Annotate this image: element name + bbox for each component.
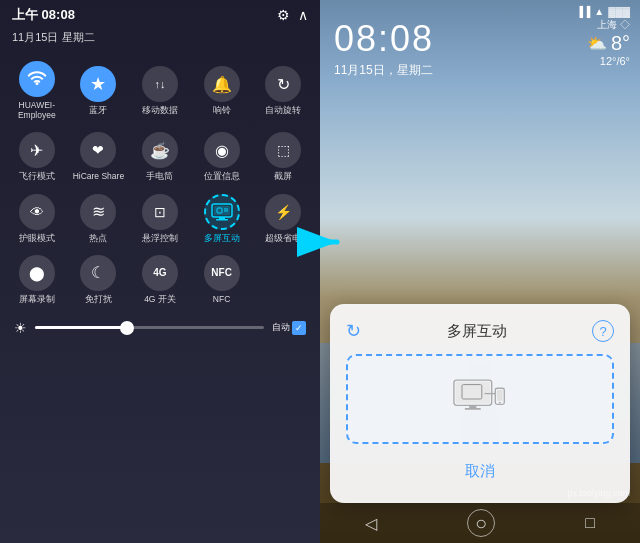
qs-wifi-icon (19, 61, 55, 97)
right-location: 上海 ◇ (587, 18, 630, 32)
qs-auto-rotate-icon: ↻ (265, 66, 301, 102)
svg-point-16 (499, 402, 501, 404)
weather-icon: ⛅ (587, 34, 607, 53)
brightness-auto: 自动 ✓ (272, 321, 306, 335)
status-time: 上午 08:08 (12, 6, 75, 24)
nav-home-button[interactable]: ○ (467, 509, 495, 537)
brightness-bar[interactable]: ☀ 自动 ✓ (0, 314, 320, 342)
brightness-thumb[interactable] (120, 321, 134, 335)
modal-header: ↻ 多屏互动 ? (346, 320, 614, 342)
qs-4g[interactable]: 4G 4G 开关 (129, 249, 191, 310)
qs-airplane[interactable]: ✈ 飞行模式 (6, 126, 68, 187)
qs-hicare[interactable]: ❤ HiCare Share (68, 126, 130, 187)
modal-screen-graphic (453, 379, 507, 419)
right-temp: 8° (611, 32, 630, 55)
brightness-fill (35, 326, 127, 329)
qs-hicare-icon: ❤ (80, 132, 116, 168)
qs-bluetooth[interactable]: ★ 蓝牙 (68, 55, 130, 126)
svg-rect-15 (497, 390, 502, 401)
qs-flashlight[interactable]: ☕ 手电筒 (129, 126, 191, 187)
svg-rect-3 (216, 219, 228, 221)
brightness-icon: ☀ (14, 320, 27, 336)
qs-multiscreen-icon (204, 194, 240, 230)
qs-auto-rotate[interactable]: ↻ 自动旋转 (252, 55, 314, 126)
settings-icon[interactable]: ⚙ (277, 7, 290, 23)
right-weather: 上海 ◇ ⛅ 8° 12°/6° (587, 18, 630, 67)
phone-screen: ▐▐ ▲ ▓▓▓ 08:08 11月15日，星期二 上海 ◇ ⛅ 8° 12°/… (320, 0, 640, 543)
nav-recent-button[interactable]: □ (585, 514, 595, 532)
qs-no-disturb[interactable]: ☾ 免打扰 (68, 249, 130, 310)
status-bar-left: 上午 08:08 ⚙ ∧ (0, 0, 320, 28)
qs-eye-protect-icon: 👁 (19, 194, 55, 230)
right-clock: 08:08 (334, 18, 434, 60)
qs-4g-icon: 4G (142, 255, 178, 291)
qs-float-ctrl-icon: ⊡ (142, 194, 178, 230)
transition-arrow (295, 217, 345, 271)
qs-hotspot[interactable]: ≋ 热点 (68, 188, 130, 249)
notification-shade: 上午 08:08 ⚙ ∧ 11月15日 星期二 HUAWEI-Employee … (0, 0, 320, 543)
right-status-icons: ▐▐ ▲ ▓▓▓ (576, 6, 630, 17)
brightness-auto-check[interactable]: ✓ (292, 321, 306, 335)
qs-nfc-icon: NFC (204, 255, 240, 291)
collapse-icon[interactable]: ∧ (298, 7, 308, 23)
battery-status-icon: ▓▓▓ (608, 6, 630, 17)
qs-nfc[interactable]: NFC NFC (191, 249, 253, 310)
modal-cancel-button[interactable]: 取消 (346, 456, 614, 487)
main-container: 上午 08:08 ⚙ ∧ 11月15日 星期二 HUAWEI-Employee … (0, 0, 640, 543)
qs-location[interactable]: ◉ 位置信息 (191, 126, 253, 187)
qs-screenshot[interactable]: ⬚ 截屏 (252, 126, 314, 187)
qs-multiscreen[interactable]: 多屏互动 (191, 188, 253, 249)
status-icons: ⚙ ∧ (277, 7, 308, 23)
svg-rect-11 (465, 408, 481, 410)
qs-hotspot-icon: ≋ (80, 194, 116, 230)
svg-rect-2 (219, 217, 225, 219)
qs-wifi[interactable]: HUAWEI-Employee (6, 55, 68, 126)
qs-airplane-icon: ✈ (19, 132, 55, 168)
right-temp-range: 12°/6° (587, 55, 630, 67)
qs-mobile-data-icon: ↑↓ (142, 66, 178, 102)
qs-location-icon: ◉ (204, 132, 240, 168)
qs-eye-protect[interactable]: 👁 护眼模式 (6, 188, 68, 249)
modal-help-icon[interactable]: ? (592, 320, 614, 342)
multiscreen-modal: ↻ 多屏互动 ? (330, 304, 630, 503)
qs-flashlight-icon: ☕ (142, 132, 178, 168)
qs-screenshot-icon: ⬚ (265, 132, 301, 168)
svg-rect-10 (469, 405, 476, 408)
nav-back-button[interactable]: ◁ (365, 514, 377, 533)
svg-rect-9 (456, 382, 490, 404)
date-bar: 11月15日 星期二 (0, 28, 320, 51)
brightness-track[interactable] (35, 326, 264, 329)
qs-screen-record-icon: ⬤ (19, 255, 55, 291)
watermark: px.toolying.com (567, 488, 630, 498)
wifi-status-icon: ▲ (594, 6, 604, 17)
quick-settings-grid: HUAWEI-Employee ★ 蓝牙 ↑↓ 移动数据 🔔 响铃 (0, 51, 320, 314)
modal-refresh-icon[interactable]: ↻ (346, 320, 361, 342)
qs-mobile-data[interactable]: ↑↓ 移动数据 (129, 55, 191, 126)
modal-content (346, 354, 614, 444)
qs-screen-record[interactable]: ⬤ 屏幕录制 (6, 249, 68, 310)
qs-bluetooth-icon: ★ (80, 66, 116, 102)
status-date: 11月15日 星期二 (12, 30, 95, 45)
qs-ringtone-icon: 🔔 (204, 66, 240, 102)
modal-title: 多屏互动 (361, 322, 592, 341)
right-date: 11月15日，星期二 (334, 62, 433, 79)
qs-ringtone[interactable]: 🔔 响铃 (191, 55, 253, 126)
qs-float-ctrl[interactable]: ⊡ 悬浮控制 (129, 188, 191, 249)
bottom-nav: ◁ ○ □ (320, 503, 640, 543)
signal-icon: ▐▐ (576, 6, 590, 17)
qs-no-disturb-icon: ☾ (80, 255, 116, 291)
